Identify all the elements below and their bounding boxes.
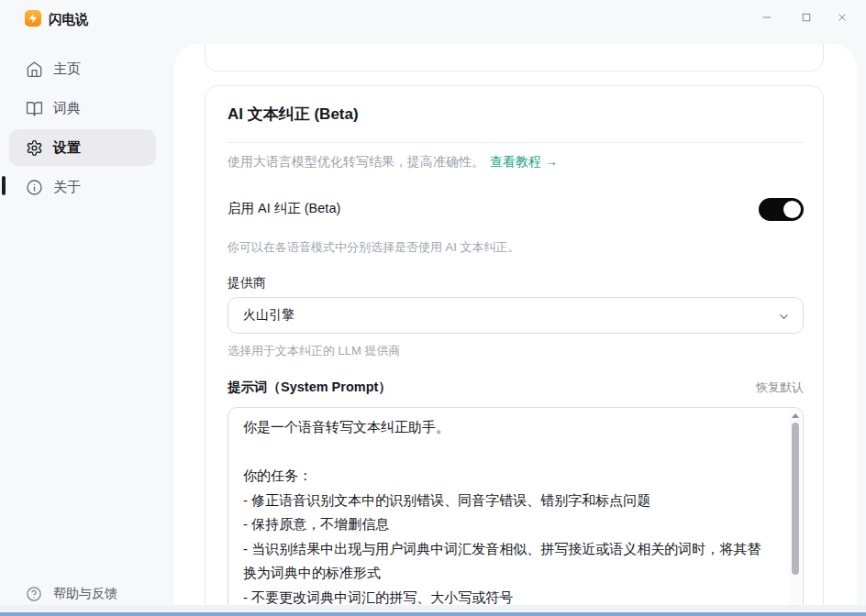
sidebar-item-dictionary[interactable]: 词典 — [9, 90, 156, 126]
provider-hint: 选择用于文本纠正的 LLM 提供商 — [228, 342, 401, 360]
window-bottom-border — [0, 605, 866, 616]
sidebar-item-label: 主页 — [53, 60, 81, 78]
enable-ai-correction-label: 启用 AI 纠正 (Beta) — [228, 200, 340, 217]
provider-selected-value: 火山引擎 — [243, 307, 294, 324]
scroll-up-arrow-icon[interactable] — [789, 410, 801, 421]
app-logo-lightning-icon — [25, 10, 41, 27]
sidebar-footer-label: 帮助与反馈 — [53, 586, 117, 602]
section-title: AI 文本纠正 (Beta) — [228, 104, 359, 125]
system-prompt-text: 你是一个语音转写文本纠正助手。 你的任务： - 修正语音识别文本中的识别错误、同… — [243, 415, 772, 605]
toggle-knob — [783, 201, 801, 218]
scrollbar-thumb[interactable] — [792, 423, 799, 575]
provider-label: 提供商 — [228, 275, 266, 292]
sidebar-item-home[interactable]: 主页 — [9, 50, 156, 87]
system-prompt-textarea[interactable]: 你是一个语音转写文本纠正助手。 你的任务： - 修正语音识别文本中的识别错误、同… — [228, 407, 804, 605]
sidebar-item-settings[interactable]: 设置 — [9, 129, 156, 166]
tutorial-link[interactable]: 查看教程 → — [490, 154, 558, 169]
reset-default-button[interactable]: 恢复默认 — [756, 380, 804, 396]
section-divider — [228, 142, 804, 143]
book-icon — [26, 100, 43, 117]
titlebar: 闪电说 — [0, 0, 866, 37]
system-prompt-label: 提示词（System Prompt） — [228, 379, 392, 396]
sidebar-item-label: 词典 — [53, 100, 81, 117]
info-icon — [26, 179, 43, 196]
section-description: 使用大语言模型优化转写结果，提高准确性。 — [228, 154, 484, 169]
maximize-icon[interactable] — [794, 5, 819, 30]
sidebar-item-label: 关于 — [53, 179, 81, 196]
close-icon[interactable] — [829, 5, 855, 30]
minimize-icon[interactable] — [754, 5, 780, 30]
app-title: 闪电说 — [49, 11, 89, 28]
gear-icon — [26, 139, 43, 157]
sidebar-item-label: 设置 — [53, 139, 81, 157]
main-content-panel: AI 文本纠正 (Beta) 使用大语言模型优化转写结果，提高准确性。查看教程 … — [174, 44, 857, 605]
enable-hint: 你可以在各语音模式中分别选择是否使用 AI 文本纠正。 — [228, 238, 520, 257]
ai-correction-settings-card: AI 文本纠正 (Beta) 使用大语言模型优化转写结果，提高准确性。查看教程 … — [205, 85, 824, 605]
chevron-down-icon — [777, 310, 791, 324]
section-description-row: 使用大语言模型优化转写结果，提高准确性。查看教程 → — [228, 151, 558, 171]
enable-ai-correction-toggle[interactable] — [759, 198, 804, 221]
previous-settings-card-partial — [205, 44, 824, 72]
sidebar-item-about[interactable]: 关于 — [9, 169, 156, 205]
home-icon — [26, 60, 43, 78]
sidebar: 主页 词典 设置 关于 帮助与反馈 — [0, 37, 174, 605]
selected-item-indicator — [2, 176, 6, 195]
provider-select[interactable]: 火山引擎 — [228, 297, 804, 334]
textarea-scrollbar[interactable] — [789, 410, 801, 605]
help-icon — [26, 586, 42, 602]
